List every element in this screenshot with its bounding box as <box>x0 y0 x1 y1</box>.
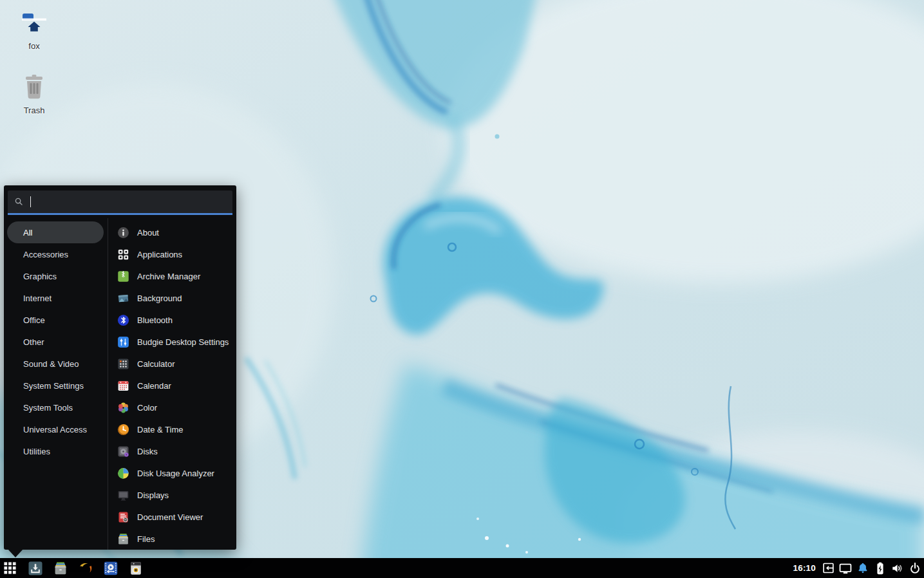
app-label: Color <box>137 403 157 413</box>
category-graphics[interactable]: Graphics <box>7 265 104 287</box>
app-label: Bluetooth <box>137 315 173 325</box>
about-icon <box>117 226 130 239</box>
datetime-icon <box>117 423 130 436</box>
power-icon <box>908 561 922 575</box>
document-viewer-icon <box>117 510 130 524</box>
app-menu-popup: All Accessories Graphics Internet Office… <box>4 185 236 550</box>
app-label: Background <box>137 294 182 303</box>
app-label: Calendar <box>137 381 171 391</box>
app-calculator[interactable]: Calculator <box>117 353 236 375</box>
category-sound-video[interactable]: Sound & Video <box>7 353 104 375</box>
app-label: Disk Usage Analyzer <box>137 469 214 478</box>
app-disk-usage-analyzer[interactable]: Disk Usage Analyzer <box>117 462 236 484</box>
app-label: Document Viewer <box>137 512 203 522</box>
app-about[interactable]: About <box>117 221 236 243</box>
archive-manager-icon <box>117 270 130 283</box>
category-internet[interactable]: Internet <box>7 287 104 309</box>
color-icon <box>117 401 130 415</box>
software-installer-icon <box>28 561 43 576</box>
background-icon <box>117 292 130 305</box>
app-bluetooth[interactable]: Bluetooth <box>117 309 236 331</box>
file-cabinet-icon <box>53 561 68 576</box>
tray-volume[interactable] <box>891 561 905 575</box>
app-date-time[interactable]: Date & Time <box>117 418 236 440</box>
home-folder-icon <box>19 8 50 39</box>
system-tray: 16:10 <box>790 558 924 578</box>
speaker-icon <box>128 561 144 576</box>
app-label: Applications <box>137 250 182 259</box>
app-label: Date & Time <box>137 425 184 434</box>
clock[interactable]: 16:10 <box>793 563 816 573</box>
disk-usage-icon <box>117 467 130 480</box>
desktop-icon-label: fox <box>28 41 39 51</box>
desktop-icon-label: Trash <box>24 106 45 115</box>
launcher-software-installer[interactable] <box>28 561 43 576</box>
desktop-icon-trash[interactable]: Trash <box>10 72 58 115</box>
displays-icon <box>117 489 130 502</box>
desktop: fox Trash All Accessories Graphics <box>0 0 924 578</box>
tray-power[interactable] <box>908 561 922 575</box>
trash-icon <box>19 72 50 103</box>
launcher-speaker[interactable] <box>128 561 144 576</box>
app-label: Budgie Desktop Settings <box>137 337 229 347</box>
launcher-video-player[interactable] <box>103 561 118 576</box>
app-disks[interactable]: Disks <box>117 440 236 462</box>
launcher-file-cabinet[interactable] <box>53 561 68 576</box>
app-label: Files <box>137 534 155 544</box>
app-archive-manager[interactable]: Archive Manager <box>117 265 236 287</box>
menu-button[interactable] <box>0 558 19 578</box>
battery-charging-icon <box>873 561 887 575</box>
category-accessories[interactable]: Accessories <box>7 243 104 265</box>
app-displays[interactable]: Displays <box>117 484 236 506</box>
bluetooth-icon <box>117 313 130 327</box>
app-grid-icon <box>3 561 17 575</box>
app-label: Archive Manager <box>137 272 200 281</box>
app-label: Displays <box>137 490 169 500</box>
raven-toggle-button[interactable] <box>822 561 835 575</box>
raven-trigger-icon <box>822 561 835 575</box>
notification-bell-icon <box>856 561 870 575</box>
category-other[interactable]: Other <box>7 331 104 353</box>
budgie-settings-icon <box>117 335 130 349</box>
menu-pointer-arrow <box>8 549 23 557</box>
app-label: Calculator <box>137 359 175 369</box>
app-applications[interactable]: Applications <box>117 243 236 265</box>
app-menu-body: All Accessories Graphics Internet Office… <box>4 218 236 550</box>
desktop-icon-fox[interactable]: fox <box>10 8 58 51</box>
text-caret <box>30 196 31 207</box>
files-icon <box>117 532 130 546</box>
category-system-tools[interactable]: System Tools <box>7 396 104 418</box>
app-label: Disks <box>137 447 158 456</box>
applications-icon <box>117 248 130 261</box>
category-universal-access[interactable]: Universal Access <box>7 418 104 440</box>
app-background[interactable]: Background <box>117 287 236 309</box>
category-all[interactable]: All <box>7 221 104 243</box>
app-files[interactable]: Files <box>117 528 236 550</box>
launcher-area <box>28 561 144 576</box>
category-office[interactable]: Office <box>7 309 104 331</box>
video-player-icon <box>103 561 118 576</box>
category-system-settings[interactable]: System Settings <box>7 375 104 396</box>
search-icon <box>14 196 24 207</box>
disks-icon <box>117 445 130 458</box>
app-calendar[interactable]: Calendar <box>117 375 236 396</box>
taskbar: 16:10 <box>0 558 924 578</box>
display-icon <box>838 561 853 575</box>
taskbar-left <box>0 558 144 578</box>
app-color[interactable]: Color <box>117 396 236 418</box>
tray-notification-bell[interactable] <box>856 561 870 575</box>
app-document-viewer[interactable]: Document Viewer <box>117 506 236 528</box>
calendar-icon <box>117 379 130 393</box>
tray-display[interactable] <box>838 561 853 575</box>
firefox-icon <box>78 561 93 576</box>
category-utilities[interactable]: Utilities <box>7 440 104 462</box>
app-label: About <box>137 228 159 238</box>
category-list: All Accessories Graphics Internet Office… <box>4 218 106 550</box>
search-input[interactable] <box>8 191 232 215</box>
launcher-firefox[interactable] <box>78 561 93 576</box>
tray-battery-charging[interactable] <box>873 561 887 575</box>
volume-icon <box>891 561 905 575</box>
app-list: About Applications Archive Manager <box>108 218 236 550</box>
calculator-icon <box>117 357 130 371</box>
app-budgie-desktop-settings[interactable]: Budgie Desktop Settings <box>117 331 236 353</box>
